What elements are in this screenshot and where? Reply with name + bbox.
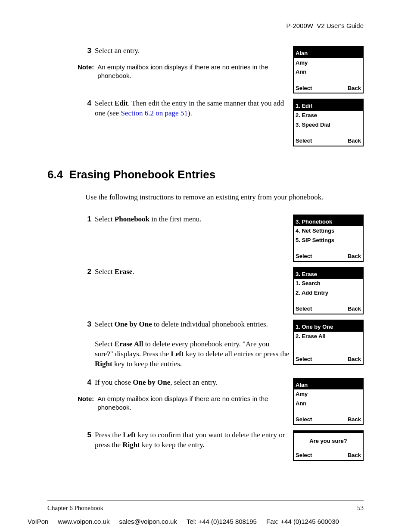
step-number: 2 xyxy=(85,267,91,277)
screen-line: 4. Net Settings xyxy=(294,226,363,236)
softkey-left: Select xyxy=(296,84,312,92)
step-number: 1 xyxy=(85,215,91,224)
softkey-right: Back xyxy=(348,416,361,423)
screen-highlight: Alan xyxy=(294,380,363,390)
step-2: 2 Select Erase. xyxy=(85,267,290,277)
step-text: Press the Left key to confirm that you w… xyxy=(95,430,290,450)
screen-line: Amy xyxy=(294,58,363,68)
screen-line: 2. Add Entry xyxy=(294,288,363,298)
note-label: Note: xyxy=(78,63,94,81)
softkey-right: Back xyxy=(348,355,361,363)
step-text: If you chose One by One, select an entry… xyxy=(95,378,290,388)
softkey-right: Back xyxy=(348,252,361,260)
step-4b: 4 If you chose One by One, select an ent… xyxy=(85,378,290,388)
softkey-right: Back xyxy=(348,84,361,92)
step-number: 5 xyxy=(85,430,91,450)
step-text: Select One by One to delete individual p… xyxy=(95,320,290,369)
softkey-left: Select xyxy=(296,137,312,145)
note-bottom: Note: An empty mailbox icon displays if … xyxy=(78,395,290,412)
note-top: Note: An empty mailbox icon displays if … xyxy=(78,63,290,81)
step-number: 3 xyxy=(85,320,91,369)
screen-line: 2. Erase xyxy=(294,111,363,120)
step-text: Select an entry. xyxy=(95,46,290,56)
vendor-footer: VoIPon www.voipon.co.uk sales@voipon.co.… xyxy=(28,517,383,526)
softkey-left: Select xyxy=(296,416,312,423)
header-guide-title: P-2000W_V2 User's Guide xyxy=(47,22,364,30)
step-number: 3 xyxy=(85,46,91,56)
screen-line: 3. Speed Dial xyxy=(294,120,363,130)
phone-screen-contacts: Alan Amy Ann Select Back xyxy=(293,46,364,93)
screen-highlight: Alan xyxy=(294,49,363,58)
softkey-left: Select xyxy=(296,355,312,363)
step-5: 5 Press the Left key to confirm that you… xyxy=(85,430,290,450)
header-rule xyxy=(47,33,364,33)
phone-screen-phonebook-menu: 3. Erase 1. Search 2. Add Entry Select B… xyxy=(293,267,364,314)
phone-screen-main-menu: 3. Phonebook 4. Net Settings 5. SIP Sett… xyxy=(293,215,364,262)
section-heading: 6.4 Erasing Phonebook Entries xyxy=(47,167,364,182)
step-4: 4 Select Edit. Then edit the entry in th… xyxy=(85,99,290,118)
vendor-tel: Tel: +44 (0)1245 808195 xyxy=(187,517,257,526)
softkey-left: Select xyxy=(296,252,312,260)
note-label: Note: xyxy=(78,395,94,412)
screen-line: Ann xyxy=(294,67,363,77)
step-number: 4 xyxy=(85,99,91,118)
step-3: 3 Select an entry. xyxy=(85,46,290,56)
phone-screen-edit-menu: 1. Edit 2. Erase 3. Speed Dial Select Ba… xyxy=(293,99,364,146)
note-text: An empty mailbox icon displays if there … xyxy=(97,395,290,412)
vendor-email: sales@voipon.co.uk xyxy=(119,517,177,526)
section-intro: Use the following instructions to remove… xyxy=(85,193,364,202)
screen-line: Ann xyxy=(294,399,363,408)
footer-page: 53 xyxy=(357,504,364,512)
step-1: 1 Select Phonebook in the first menu. xyxy=(85,215,290,224)
softkey-right: Back xyxy=(348,137,361,145)
phone-screen-contacts-2: Alan Amy Ann Select Back xyxy=(293,378,364,425)
step-text: Select Edit. Then edit the entry in the … xyxy=(95,99,290,118)
screen-highlight: 1. One by One xyxy=(294,322,363,332)
screen-line: 2. Erase All xyxy=(294,332,363,341)
screen-highlight: 3. Erase xyxy=(294,270,363,279)
cross-ref-link[interactable]: Section 6.2 on page 51 xyxy=(121,109,187,117)
screen-highlight: 3. Phonebook xyxy=(294,217,363,227)
vendor-name: VoIPon xyxy=(28,517,48,526)
screen-prompt: Are you sure? xyxy=(294,436,363,446)
step-text: Select Phonebook in the first menu. xyxy=(95,215,290,224)
screen-line: 1. Search xyxy=(294,279,363,288)
note-text: An empty mailbox icon displays if there … xyxy=(97,63,290,81)
softkey-right: Back xyxy=(348,451,361,459)
phone-screen-erase-menu: 1. One by One 2. Erase All Select Back xyxy=(293,320,364,365)
softkey-right: Back xyxy=(348,305,361,313)
vendor-web: www.voipon.co.uk xyxy=(58,517,109,526)
softkey-left: Select xyxy=(296,451,312,459)
screen-line: Amy xyxy=(294,389,363,399)
softkey-left: Select xyxy=(296,305,312,313)
vendor-fax: Fax: +44 (0)1245 600030 xyxy=(266,517,339,526)
screen-line: 5. SIP Settings xyxy=(294,236,363,245)
footer-rule xyxy=(47,501,364,501)
footer-chapter: Chapter 6 Phonebook xyxy=(47,504,103,512)
step-text: Select Erase. xyxy=(95,267,290,277)
phone-screen-confirm: Are you sure? Select Back xyxy=(293,430,364,461)
screen-highlight: 1. Edit xyxy=(294,101,363,111)
step-number: 4 xyxy=(85,378,91,388)
step-3b: 3 Select One by One to delete individual… xyxy=(85,320,290,369)
